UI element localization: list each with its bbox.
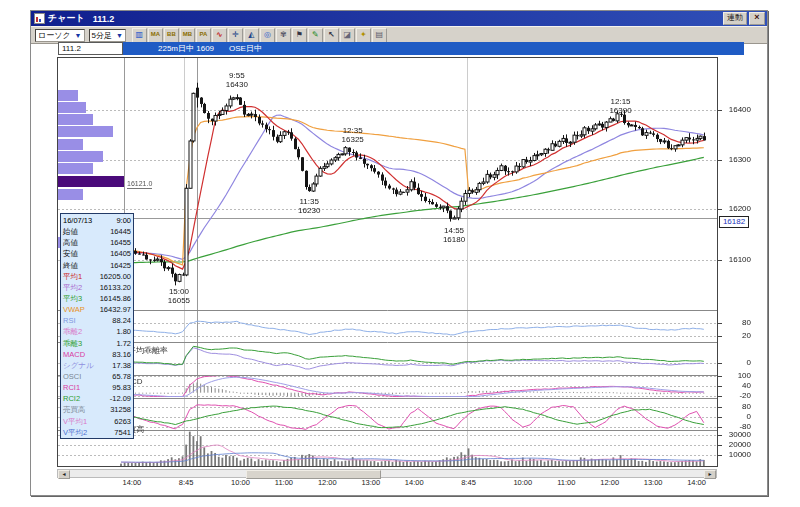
- window-title-value: 111.2: [93, 14, 115, 24]
- tooltip-row-value: 16133.20: [100, 282, 131, 293]
- indicator-axis-tick-label: 0: [721, 413, 751, 421]
- chart-type-dropdown[interactable]: ローソク ▼: [35, 29, 85, 42]
- eraser-icon[interactable]: ◪: [340, 28, 355, 43]
- scrollbar-thumb[interactable]: [246, 470, 381, 479]
- tooltip-row: VWAP16432.97: [63, 304, 131, 315]
- indicator-axis-tick-label: 30000: [721, 431, 751, 439]
- tooltip-row-value: 16425: [110, 260, 131, 271]
- tooltip-row: 乖離31.72: [63, 338, 131, 349]
- tooltip-row-value: 1.80: [116, 326, 131, 337]
- tooltip-row: 平均316145.86: [63, 293, 131, 304]
- chart-annotation: 9:5516430: [217, 71, 257, 89]
- time-axis-label: 11:00: [549, 478, 583, 487]
- tooltip-row-label: V平均2: [63, 427, 87, 438]
- tooltip-row: RCI195.83: [63, 382, 131, 393]
- tooltip-header-row: 16/07/13 9:00: [63, 215, 131, 226]
- settings-gear-icon[interactable]: ✾: [276, 28, 291, 43]
- tooltip-row-label: MACD: [63, 349, 85, 360]
- chart-pointer-icon[interactable]: ◭: [244, 28, 259, 43]
- tooltip-row-value: 6263: [114, 416, 131, 427]
- price-axis-tick-label: 16200: [721, 205, 751, 213]
- time-axis-label: 14:00: [115, 478, 149, 487]
- window-title: チャート: [48, 12, 85, 25]
- price-chart-canvas[interactable]: [57, 57, 763, 467]
- tooltip-row-value: 65.78: [112, 371, 131, 382]
- bb-indicator-icon[interactable]: BB: [164, 28, 179, 43]
- price-axis-tick-label: 16100: [721, 256, 751, 264]
- tooltip-row-label: RSI: [63, 315, 76, 326]
- chevron-down-icon: ▼: [116, 32, 123, 39]
- mb-indicator-icon[interactable]: MB: [180, 28, 195, 43]
- tooltip-row: V平均27541: [63, 427, 131, 438]
- chart-app-icon: [34, 13, 45, 24]
- tooltip-time: 9:00: [116, 215, 131, 226]
- key-icon[interactable]: ✦: [356, 28, 371, 43]
- tooltip-row-value: 16145.86: [100, 293, 131, 304]
- time-axis-label: 12:00: [310, 478, 344, 487]
- indicator-axis-tick-label: 40: [721, 382, 751, 390]
- tooltip-row-value: 16432.97: [100, 304, 131, 315]
- chart-crosshair-icon[interactable]: ✛: [228, 28, 243, 43]
- candlestick-chart-icon[interactable]: ▥: [132, 28, 147, 43]
- tooltip-row-label: V平均1: [63, 416, 87, 427]
- tooltip-row-value: 16205.00: [100, 271, 131, 282]
- interval-dropdown[interactable]: 5分足 ▼: [89, 29, 126, 42]
- draw-pencil-icon[interactable]: ✎: [308, 28, 323, 43]
- tooltip-row-label: 平均1: [63, 271, 82, 282]
- tooltip-row-value: 16405: [110, 248, 131, 259]
- current-price-badge: 16182: [719, 216, 749, 228]
- scroll-left-icon[interactable]: ◂: [58, 470, 70, 479]
- link-button[interactable]: 連動: [723, 12, 747, 25]
- flag-icon[interactable]: ⚑: [292, 28, 307, 43]
- horizontal-scrollbar[interactable]: ◂ ▸: [57, 469, 717, 478]
- tooltip-row-label: 平均2: [63, 282, 82, 293]
- close-icon[interactable]: ×: [749, 12, 765, 25]
- tooltip-row-value: 31258: [110, 404, 131, 415]
- tooltip-row-value: -12.09: [110, 393, 131, 404]
- tooltip-row-value: 16445: [110, 226, 131, 237]
- tooltip-row-label: RCI2: [63, 393, 80, 404]
- time-axis-label: 10:00: [223, 478, 257, 487]
- tooltip-row: 平均216133.20: [63, 282, 131, 293]
- tooltip-row-label: 終値: [63, 260, 78, 271]
- tooltip-row: 高値16455: [63, 237, 131, 248]
- tooltip-row: 乖離21.80: [63, 326, 131, 337]
- chevron-down-icon: ▼: [75, 32, 82, 39]
- tooltip-row-value: 83.16: [112, 349, 131, 360]
- tooltip-row-label: 乖離3: [63, 338, 82, 349]
- time-axis-label: 8:45: [452, 478, 486, 487]
- tooltip-row: RSI88.24: [63, 315, 131, 326]
- mini-chart-icon[interactable]: ▤: [372, 28, 387, 43]
- time-axis-label: 13:00: [354, 478, 388, 487]
- zoom-icon[interactable]: ◎: [260, 28, 275, 43]
- interval-label: 5分足: [92, 30, 112, 41]
- indicator-axis-tick-label: 80: [721, 403, 751, 411]
- tooltip-row-label: シグナル: [63, 360, 94, 371]
- info-bar: 111.2 225m日中 1609 OSE日中: [58, 42, 744, 55]
- tooltip-row-value: 7541: [114, 427, 131, 438]
- ma-indicator-icon[interactable]: MA: [148, 28, 163, 43]
- line-chart-icon[interactable]: ∿: [212, 28, 227, 43]
- pa-indicator-icon[interactable]: PA: [196, 28, 211, 43]
- indicator-axis-tick-label: 20: [721, 332, 751, 340]
- tooltip-row-label: OSCI: [63, 371, 81, 382]
- data-tooltip: 16/07/13 9:00 始値16445高値16455安値16405終値164…: [60, 213, 134, 439]
- symbol-box[interactable]: 111.2: [58, 42, 123, 55]
- chart-annotation: 15:0016055: [159, 287, 199, 305]
- time-axis-label: 14:00: [397, 478, 431, 487]
- indicator-axis-tick-label: 10000: [721, 451, 751, 459]
- select-cursor-icon[interactable]: ↖: [324, 28, 339, 43]
- scroll-right-icon[interactable]: ▸: [704, 470, 716, 479]
- price-axis-tick-label: 16400: [721, 106, 751, 114]
- title-bar[interactable]: チャート 111.2 連動 ×: [31, 11, 767, 26]
- volume-by-price-label: 16121.0: [127, 180, 152, 189]
- chart-annotation: 12:1516390: [601, 97, 641, 115]
- tooltip-row: シグナル17.38: [63, 360, 131, 371]
- tooltip-row: RCI2-12.09: [63, 393, 131, 404]
- indicator-axis-tick-label: 0: [721, 359, 751, 367]
- tooltip-row-label: 安値: [63, 248, 78, 259]
- indicator-axis-tick-label: 80: [721, 319, 751, 327]
- tooltip-date: 16/07/13: [63, 215, 92, 226]
- tooltip-row-value: 17.38: [112, 360, 131, 371]
- tooltip-row-label: 平均3: [63, 293, 82, 304]
